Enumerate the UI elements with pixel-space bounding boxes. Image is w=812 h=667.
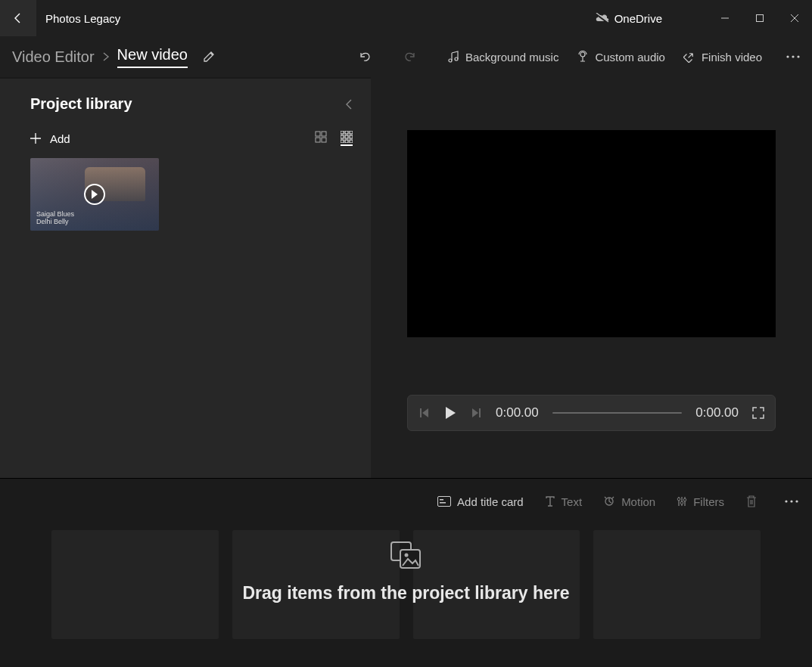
library-thumbnails: Saigal Blues Delhi Belly [0, 158, 371, 231]
add-title-card-button[interactable]: Add title card [437, 495, 524, 508]
add-label: Add [50, 132, 70, 145]
storyboard-slot[interactable] [413, 530, 580, 639]
storyboard-panel: Add title card Text Motion Filters [0, 478, 812, 665]
svg-rect-25 [438, 497, 451, 507]
svg-rect-16 [350, 131, 353, 134]
more-icon [785, 500, 798, 503]
time-total: 0:00.00 [695, 405, 739, 420]
trash-icon [745, 495, 758, 508]
play-button[interactable] [444, 406, 456, 420]
storyboard-slot[interactable] [593, 530, 761, 639]
svg-rect-10 [316, 132, 320, 136]
svg-rect-27 [440, 499, 443, 501]
svg-point-8 [792, 55, 794, 57]
project-library-panel: Project library Add [0, 79, 371, 478]
svg-point-6 [580, 52, 585, 57]
play-triangle-icon [91, 190, 98, 199]
undo-button[interactable] [358, 50, 372, 64]
small-grid-button[interactable] [341, 131, 353, 146]
fullscreen-button[interactable] [752, 407, 764, 419]
svg-point-29 [677, 498, 680, 501]
small-grid-icon [341, 131, 353, 143]
large-grid-button[interactable] [315, 131, 327, 146]
storyboard-slot[interactable] [51, 530, 219, 639]
export-icon [683, 51, 695, 63]
breadcrumb: Video Editor New video [12, 46, 215, 68]
delete-button[interactable] [745, 495, 758, 508]
svg-point-31 [683, 498, 686, 501]
storyboard-track[interactable]: Drag items from the project library here [0, 524, 812, 653]
svg-rect-18 [345, 135, 348, 138]
player-controls: 0:00.00 0:00.00 [407, 395, 776, 431]
close-icon [791, 14, 798, 22]
back-button[interactable] [0, 0, 36, 36]
svg-rect-13 [322, 138, 326, 142]
text-icon [545, 496, 555, 507]
svg-point-32 [785, 500, 787, 502]
pencil-icon [203, 51, 215, 63]
svg-point-5 [455, 57, 458, 60]
maximize-button[interactable] [742, 6, 777, 30]
filters-button[interactable]: Filters [677, 495, 724, 508]
svg-point-30 [680, 501, 683, 504]
title-bar: Photos Legacy OneDrive [0, 0, 812, 36]
storyboard-more-button[interactable] [785, 500, 798, 503]
motion-icon [603, 495, 615, 507]
large-grid-icon [315, 131, 327, 143]
collapse-library-button[interactable] [345, 99, 353, 110]
minimize-button[interactable] [708, 6, 742, 30]
fullscreen-icon [752, 407, 764, 419]
cloud-off-icon [595, 13, 610, 23]
main-area: Project library Add [0, 77, 812, 478]
add-media-button[interactable]: Add [30, 132, 70, 145]
rename-button[interactable] [203, 51, 215, 63]
back-arrow-icon [12, 12, 24, 24]
svg-point-33 [790, 500, 792, 502]
finish-video-button[interactable]: Finish video [683, 51, 762, 64]
svg-point-7 [786, 55, 789, 57]
svg-rect-22 [350, 140, 353, 143]
maximize-icon [756, 14, 764, 22]
svg-rect-3 [757, 15, 764, 22]
background-music-button[interactable]: Background music [447, 51, 558, 64]
video-preview[interactable] [407, 130, 776, 337]
svg-point-4 [449, 59, 452, 62]
close-button[interactable] [777, 6, 812, 30]
next-frame-button[interactable] [470, 407, 482, 419]
onedrive-status[interactable]: OneDrive [595, 12, 662, 25]
next-frame-icon [470, 407, 482, 419]
chevron-left-icon [345, 99, 353, 110]
svg-rect-12 [316, 138, 320, 142]
library-title: Project library [30, 95, 345, 113]
svg-point-37 [404, 554, 408, 557]
redo-button[interactable] [403, 50, 417, 64]
library-toolbar: Add [0, 122, 371, 158]
text-label: Text [562, 495, 583, 508]
play-overlay-icon [84, 184, 105, 205]
filters-icon [677, 496, 687, 507]
audio-icon [577, 51, 589, 63]
minimize-icon [721, 14, 729, 22]
motion-button[interactable]: Motion [603, 495, 655, 508]
redo-icon [403, 50, 417, 64]
storyboard-slot[interactable] [232, 530, 400, 639]
svg-rect-20 [341, 140, 344, 143]
svg-rect-17 [341, 135, 344, 138]
text-button[interactable]: Text [545, 495, 583, 508]
prev-frame-button[interactable] [418, 407, 431, 419]
breadcrumb-root[interactable]: Video Editor [12, 48, 95, 66]
svg-point-9 [797, 55, 799, 57]
onedrive-label: OneDrive [614, 12, 662, 25]
bg-music-label: Background music [465, 51, 558, 64]
library-item[interactable]: Saigal Blues Delhi Belly [30, 158, 159, 231]
svg-rect-14 [341, 131, 344, 134]
more-button[interactable] [786, 55, 800, 58]
finish-label: Finish video [702, 51, 762, 64]
title-card-icon [437, 496, 451, 507]
breadcrumb-current[interactable]: New video [117, 46, 188, 68]
app-title: Photos Legacy [45, 12, 120, 25]
custom-audio-button[interactable]: Custom audio [577, 51, 665, 64]
progress-slider[interactable] [552, 412, 683, 414]
svg-rect-26 [440, 502, 446, 504]
svg-rect-11 [322, 132, 326, 136]
